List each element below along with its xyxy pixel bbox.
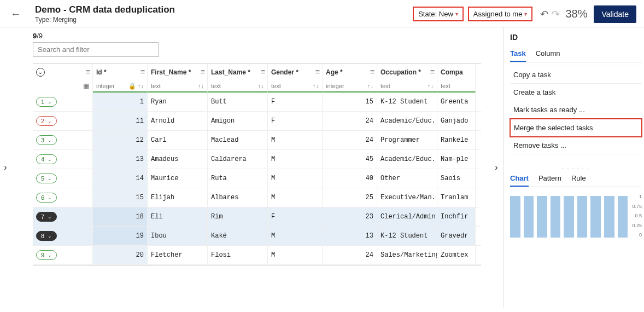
column-menu-icon[interactable]: ≡ xyxy=(315,67,320,76)
cell-company[interactable]: Tranlam xyxy=(437,188,476,207)
action-mark-ready[interactable]: Mark tasks as ready ... xyxy=(510,101,642,119)
column-header-first-name[interactable]: First_Name *≡ xyxy=(148,64,208,80)
action-create-task[interactable]: Create a task xyxy=(510,84,642,101)
task-pill[interactable]: 8⌄ xyxy=(36,231,57,241)
cell-id[interactable]: 18 xyxy=(93,207,148,226)
cell-company[interactable]: Gravedr xyxy=(437,227,476,245)
column-menu-icon[interactable]: ≡ xyxy=(201,67,205,76)
tab-rule[interactable]: Rule xyxy=(571,172,586,187)
column-header-age[interactable]: Age *≡ xyxy=(323,64,377,80)
cell-last-name[interactable]: Amigon xyxy=(208,112,268,130)
cell-gender[interactable]: M xyxy=(268,169,323,188)
sort-icon[interactable]: ↑↓ xyxy=(367,83,373,89)
validate-button[interactable]: Validate xyxy=(594,5,636,23)
cell-age[interactable]: 40 xyxy=(323,169,377,188)
cell-company[interactable]: Inchfir xyxy=(437,207,476,226)
cell-id[interactable]: 11 xyxy=(93,112,148,130)
tab-chart[interactable]: Chart xyxy=(510,172,529,187)
cell-last-name[interactable]: Maclead xyxy=(208,131,268,149)
cell-id[interactable]: 20 xyxy=(93,246,148,264)
cell-last-name[interactable]: Ruta xyxy=(208,169,268,188)
cell-gender[interactable]: M xyxy=(268,150,323,169)
cell-age[interactable]: 24 xyxy=(323,131,377,149)
cell-first-name[interactable]: Elijah xyxy=(148,188,208,207)
cell-last-name[interactable]: Butt xyxy=(208,93,268,111)
column-menu-icon[interactable]: ≡ xyxy=(261,67,265,76)
cell-first-name[interactable]: Arnold xyxy=(148,112,208,130)
tab-column[interactable]: Column xyxy=(536,47,560,62)
cell-gender[interactable]: F xyxy=(268,93,323,111)
cell-id[interactable]: 13 xyxy=(93,150,148,169)
cell-company[interactable]: Nam-ple xyxy=(437,150,476,169)
cell-age[interactable]: 24 xyxy=(323,246,377,264)
task-pill[interactable]: 4⌄ xyxy=(36,154,57,164)
table-row[interactable]: 8⌄19IbouKakéM13K-12 StudentGravedr xyxy=(33,227,481,246)
task-pill[interactable]: 2⌄ xyxy=(36,116,57,126)
cell-company[interactable]: Rankele xyxy=(437,131,476,149)
lock-sort-icon[interactable]: 🔒 ↑↓ xyxy=(128,83,144,90)
cell-occupation[interactable]: Clerical/Admin xyxy=(377,207,437,226)
tab-task[interactable]: Task xyxy=(510,47,526,62)
cell-company[interactable]: Zoomtex xyxy=(437,246,476,264)
task-pill[interactable]: 6⌄ xyxy=(36,193,57,203)
cell-first-name[interactable]: Ryan xyxy=(148,93,208,111)
cell-company[interactable]: Greenta xyxy=(437,93,476,111)
table-icon[interactable]: ▦ xyxy=(83,82,89,90)
redo-icon[interactable]: ↷ xyxy=(552,8,560,20)
back-arrow-icon[interactable]: ← xyxy=(8,8,24,20)
task-pill[interactable]: 5⌄ xyxy=(36,174,57,183)
column-header-gender[interactable]: Gender *≡ xyxy=(268,64,323,80)
column-header-id[interactable]: Id *≡ xyxy=(93,64,148,80)
cell-gender[interactable]: F xyxy=(268,112,323,130)
table-row[interactable]: 5⌄14MauriceRutaM40OtherSaois xyxy=(33,169,481,188)
cell-occupation[interactable]: Academic/Educ... xyxy=(377,112,437,130)
cell-first-name[interactable]: Amadeus xyxy=(148,150,208,169)
chevron-right-icon[interactable]: › xyxy=(495,163,497,172)
cell-last-name[interactable]: Caldarera xyxy=(208,150,268,169)
cell-gender[interactable]: M xyxy=(268,246,323,264)
sort-icon[interactable]: ↑↓ xyxy=(313,83,319,89)
cell-occupation[interactable]: Executive/Man... xyxy=(377,188,437,207)
cell-id[interactable]: 12 xyxy=(93,131,148,149)
drag-handle-icon[interactable]: : : : : : : xyxy=(510,164,642,170)
sort-icon[interactable]: ↑↓ xyxy=(428,83,434,89)
cell-age[interactable]: 45 xyxy=(323,150,377,169)
cell-age[interactable]: 13 xyxy=(323,227,377,245)
task-pill[interactable]: 9⌄ xyxy=(36,250,57,260)
undo-icon[interactable]: ↶ xyxy=(540,8,548,20)
cell-first-name[interactable]: Fletcher xyxy=(148,246,208,264)
cell-last-name[interactable]: Rim xyxy=(208,207,268,226)
sort-icon[interactable]: ↑↓ xyxy=(198,83,204,89)
cell-occupation[interactable]: Academic/Educ... xyxy=(377,150,437,169)
column-header-last-name[interactable]: Last_Name *≡ xyxy=(208,64,268,80)
cell-id[interactable]: 1 xyxy=(93,93,148,111)
task-pill[interactable]: 1⌄ xyxy=(36,97,57,107)
cell-gender[interactable]: M xyxy=(268,131,323,149)
expand-all-icon[interactable]: ⌄ xyxy=(36,68,45,77)
state-dropdown[interactable]: State: New ▾ xyxy=(413,7,464,21)
table-row[interactable]: 7⌄18EliRimF23Clerical/AdminInchfir xyxy=(33,207,481,227)
column-header-company[interactable]: Compa xyxy=(437,64,476,80)
cell-first-name[interactable]: Maurice xyxy=(148,169,208,188)
table-row[interactable]: 3⌄12CarlMacleadM24ProgrammerRankele xyxy=(33,131,481,150)
column-menu-icon[interactable]: ≡ xyxy=(86,67,90,76)
cell-id[interactable]: 14 xyxy=(93,169,148,188)
search-input[interactable] xyxy=(33,42,159,57)
table-row[interactable]: 9⌄20FletcherFlosiM24Sales/MarketingZoomt… xyxy=(33,246,481,265)
cell-gender[interactable]: M xyxy=(268,227,323,245)
cell-last-name[interactable]: Albares xyxy=(208,188,268,207)
cell-last-name[interactable]: Flosi xyxy=(208,246,268,264)
cell-occupation[interactable]: Programmer xyxy=(377,131,437,149)
cell-first-name[interactable]: Ibou xyxy=(148,227,208,245)
cell-occupation[interactable]: K-12 Student xyxy=(377,227,437,245)
cell-first-name[interactable]: Eli xyxy=(148,207,208,226)
action-merge-tasks[interactable]: Merge the selected tasks xyxy=(510,118,642,137)
cell-first-name[interactable]: Carl xyxy=(148,131,208,149)
table-row[interactable]: 2⌄11ArnoldAmigonF24Academic/Educ...Ganja… xyxy=(33,112,481,131)
cell-gender[interactable]: F xyxy=(268,207,323,226)
cell-last-name[interactable]: Kaké xyxy=(208,227,268,245)
sort-icon[interactable]: ↑↓ xyxy=(258,83,264,89)
cell-id[interactable]: 19 xyxy=(93,227,148,245)
cell-occupation[interactable]: Sales/Marketing xyxy=(377,246,437,264)
column-menu-icon[interactable]: ≡ xyxy=(430,67,435,76)
